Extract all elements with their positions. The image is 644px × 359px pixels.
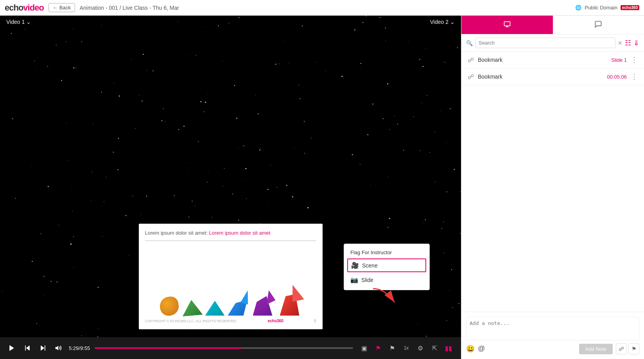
flag-scene-item[interactable]: 🎥 Scene — [347, 258, 426, 272]
slide-icon: 📷 — [350, 276, 358, 284]
progress-fill — [95, 347, 242, 349]
bookmark-more-1[interactable]: ⋮ — [631, 72, 638, 81]
top-right: 🌐 Public Domain echo360 — [575, 5, 639, 11]
bookmark-item-0: ☍ Bookmark Slide 1 ⋮ — [461, 52, 644, 68]
bookmark-label-0: Bookmark — [478, 57, 607, 63]
settings-icon[interactable]: ⚙ — [414, 342, 427, 354]
video-labels: Video 1 ⌄ Video 2 ⌄ — [0, 16, 461, 28]
bookmark-icon-0: ☍ — [468, 56, 474, 64]
domain-label: Public Domain — [585, 5, 617, 11]
logo-video: video — [23, 3, 43, 13]
logo-echo: echo — [5, 3, 23, 13]
origami-boat-green — [181, 299, 203, 316]
origami-boat-cyan — [205, 301, 225, 316]
time-display: 5:29/9:55 — [69, 345, 90, 351]
slide-number: 6 — [314, 319, 316, 323]
flag-scene-label: Scene — [362, 262, 378, 269]
top-bar: echovideo ← Back Animation - 001 / Live … — [0, 0, 644, 16]
note-bookmark-icon[interactable]: ☍ — [616, 343, 627, 354]
tab-slides[interactable] — [461, 16, 553, 34]
video-section: Video 1 ⌄ Video 2 ⌄ Lorem ipsum dolor si… — [0, 16, 461, 359]
notes-input[interactable] — [466, 317, 639, 340]
slide-origami — [145, 245, 316, 316]
slide-echo-logo: echo360 — [268, 319, 283, 323]
origami-swan-blue — [228, 292, 250, 316]
search-icon: 🔍 — [466, 40, 473, 46]
filter-icon[interactable]: ☷ — [625, 39, 631, 47]
svg-rect-9 — [506, 26, 508, 27]
volume-button[interactable] — [53, 343, 64, 354]
echo360-badge: echo360 — [621, 5, 639, 10]
download-icon[interactable]: ⇓ — [633, 39, 639, 47]
slide-title: Lorem ipsum dolor sit amet: Lorem ipsum … — [145, 230, 316, 236]
progress-bar[interactable] — [95, 347, 353, 349]
sidebar-search: 🔍 ✕ ☷ ⇓ — [461, 34, 644, 52]
note-action-icons: ☍ ⚑ — [616, 343, 639, 354]
video2-chevron-icon: ⌄ — [450, 19, 455, 25]
play-button[interactable] — [6, 343, 17, 354]
origami-bird-red — [278, 284, 301, 316]
notes-actions: Add Note ☍ ⚑ — [579, 343, 639, 354]
search-clear-icon[interactable]: ✕ — [618, 40, 622, 46]
at-icon[interactable]: @ — [478, 345, 485, 353]
skip-forward-button[interactable] — [38, 343, 48, 354]
bookmark-icon-1: ☍ — [468, 73, 474, 81]
add-note-button[interactable]: Add Note — [579, 344, 613, 354]
skip-back-icon — [23, 344, 31, 352]
back-button[interactable]: ← Back — [48, 3, 75, 12]
skip-forward-icon — [39, 344, 47, 352]
logo: echovideo — [5, 3, 44, 13]
bookmark-more-0[interactable]: ⋮ — [631, 56, 638, 64]
origami-ball — [158, 295, 180, 317]
tab-chat[interactable] — [553, 16, 644, 34]
svg-marker-6 — [41, 345, 44, 350]
slide-thumbnail: Lorem ipsum dolor sit amet: Lorem ipsum … — [139, 224, 323, 329]
sidebar: 🔍 ✕ ☷ ⇓ ☍ Bookmark Slide 1 ⋮ ☍ Bookmark … — [461, 16, 644, 359]
fullscreen-icon[interactable]: ⇱ — [428, 342, 441, 354]
screen-icon[interactable]: ▣ — [358, 342, 370, 354]
skip-back-button[interactable] — [22, 343, 33, 354]
notes-section: 😀 @ Add Note ☍ ⚑ — [461, 312, 644, 359]
note-flag-icon[interactable]: ⚑ — [628, 343, 639, 354]
chat-tab-icon — [594, 20, 602, 28]
svg-rect-2 — [25, 345, 26, 350]
video-canvas[interactable]: Video 1 ⌄ Video 2 ⌄ Lorem ipsum dolor si… — [0, 16, 461, 337]
bottom-tools: ▣ ⚑ ⚑ 1x ⚙ ⇱ ▮▮ — [358, 342, 455, 354]
slides-tab-icon — [503, 20, 511, 28]
bookmark-item-1: ☍ Bookmark 00:05:06 ⋮ — [461, 68, 644, 85]
volume-icon — [55, 344, 63, 352]
slide-plain-text: Lorem ipsum dolor sit amet: — [145, 230, 208, 236]
notes-footer: 😀 @ Add Note ☍ ⚑ — [466, 343, 639, 354]
bookmark-label-1: Bookmark — [478, 74, 603, 80]
slide-divider — [145, 241, 316, 241]
video1-label[interactable]: Video 1 ⌄ — [6, 19, 31, 25]
flag-popup: Flag For Instructor 🎥 Scene 📷 Slide — [344, 244, 430, 290]
arrow-indicator — [369, 285, 400, 310]
play-icon — [8, 344, 16, 352]
time-current: 5:29 — [69, 345, 79, 351]
svg-rect-10 — [506, 27, 509, 27]
speed-icon[interactable]: 1x — [400, 342, 413, 354]
back-label: Back — [59, 5, 71, 11]
layout-icon[interactable]: ▮▮ — [442, 342, 455, 354]
video2-text: Video 2 — [430, 19, 448, 25]
back-arrow-icon: ← — [53, 5, 58, 11]
globe-icon: 🌐 — [575, 5, 581, 11]
bookmark-link-0[interactable]: Slide 1 — [611, 57, 627, 63]
smiley-icon[interactable]: 😀 — [466, 345, 475, 353]
video2-label[interactable]: Video 2 ⌄ — [430, 19, 455, 25]
flag-tool-icon[interactable]: ⚑ — [372, 342, 384, 354]
bookmark-tool-icon[interactable]: ⚑ — [386, 342, 398, 354]
bookmark-link-1[interactable]: 00:05:06 — [607, 74, 627, 80]
slide-copyright: COPYRIGHT © ECHO360 LLC. ALL RIGHTS RESE… — [145, 319, 237, 323]
controls-bar: 5:29/9:55 ▣ ⚑ ⚑ 1x ⚙ ⇱ ▮▮ — [0, 337, 461, 359]
flag-slide-label: Slide — [361, 277, 373, 283]
scene-icon: 🎥 — [351, 262, 359, 269]
slide-footer: COPYRIGHT © ECHO360 LLC. ALL RIGHTS RESE… — [145, 319, 316, 323]
flag-popup-title: Flag For Instructor — [344, 247, 429, 258]
time-total: 9:55 — [80, 345, 90, 351]
search-input[interactable] — [475, 38, 615, 48]
sidebar-tabs — [461, 16, 644, 34]
svg-marker-1 — [9, 345, 14, 351]
svg-marker-7 — [56, 346, 59, 350]
